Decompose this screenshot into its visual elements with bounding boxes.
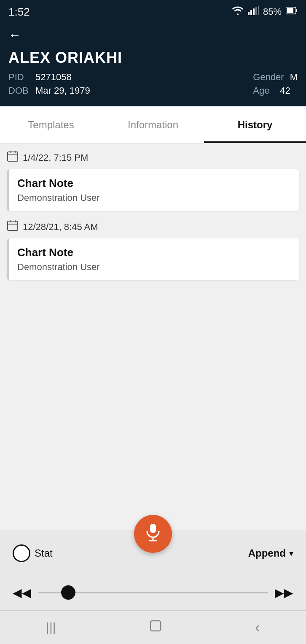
svg-rect-7 [287, 8, 293, 13]
append-label: Append [248, 547, 286, 559]
stat-circle [13, 544, 30, 562]
history-card-2[interactable]: Chart Note Demonstration User [7, 238, 299, 280]
pid-value: 5271058 [35, 72, 72, 83]
wifi-icon [232, 6, 244, 18]
history-date-1: 1/4/22, 7:15 PM [7, 150, 299, 165]
battery-percentage: 85% [263, 6, 282, 17]
svg-rect-4 [258, 6, 259, 15]
history-date-text-2: 12/28/21, 8:45 AM [23, 222, 98, 233]
gender-item: Gender M [253, 72, 298, 83]
svg-rect-19 [150, 621, 161, 631]
svg-rect-0 [248, 12, 250, 15]
home-nav-icon[interactable] [148, 618, 163, 636]
menu-nav-icon[interactable]: ||| [46, 620, 56, 635]
history-content: 1/4/22, 7:15 PM Chart Note Demonstration… [0, 143, 306, 413]
gender-label: Gender [253, 72, 284, 83]
fast-forward-button[interactable]: ▶▶ [275, 586, 293, 600]
tab-bar: Templates Information History [0, 106, 306, 143]
svg-rect-16 [150, 524, 156, 533]
calendar-icon-1 [7, 150, 19, 165]
rewind-button[interactable]: ◀◀ [13, 586, 31, 600]
status-bar: 1:52 85% [0, 0, 306, 24]
age-item: Age 42 [253, 85, 298, 96]
history-card-title-2: Chart Note [17, 246, 291, 259]
nav-bar: ||| ‹ [0, 610, 306, 644]
stat-label: Stat [35, 547, 53, 559]
pid-label: PID [8, 72, 30, 83]
svg-rect-2 [253, 8, 255, 15]
gender-value: M [290, 72, 298, 83]
svg-rect-1 [250, 10, 252, 15]
audio-thumb [61, 585, 75, 600]
patient-header: ← ALEX ORIAKHI PID 5271058 DOB Mar 29, 1… [0, 24, 306, 106]
audio-controls: ◀◀ ▶▶ [0, 576, 306, 610]
history-date-text-1: 1/4/22, 7:15 PM [23, 152, 88, 163]
history-group-2: 12/28/21, 8:45 AM Chart Note Demonstrati… [7, 219, 299, 280]
tab-information[interactable]: Information [102, 106, 204, 143]
tab-history[interactable]: History [204, 106, 306, 143]
patient-info-row: PID 5271058 DOB Mar 29, 1979 Gender M Ag… [8, 72, 298, 96]
audio-slider[interactable] [38, 584, 268, 601]
mic-button[interactable] [134, 515, 172, 553]
back-button[interactable]: ← [8, 28, 21, 42]
chevron-down-icon: ▾ [289, 548, 293, 558]
status-time: 1:52 [8, 5, 30, 19]
stat-button[interactable]: Stat [13, 544, 53, 562]
audio-track [38, 592, 268, 593]
dob-value: Mar 29, 1979 [35, 85, 90, 96]
signal-icon [248, 6, 259, 18]
bottom-toolbar: Stat Append ▾ [0, 530, 306, 576]
history-date-2: 12/28/21, 8:45 AM [7, 219, 299, 234]
dob-label: DOB [8, 85, 30, 96]
history-card-1[interactable]: Chart Note Demonstration User [7, 169, 299, 211]
append-button[interactable]: Append ▾ [248, 547, 293, 559]
history-card-title-1: Chart Note [17, 177, 291, 190]
pid-item: PID 5271058 [8, 72, 90, 83]
patient-info-right: Gender M Age 42 [253, 72, 298, 96]
age-value: 42 [280, 85, 290, 96]
age-label: Age [253, 85, 274, 96]
svg-rect-6 [296, 9, 297, 12]
content-spacer [0, 413, 306, 530]
dob-item: DOB Mar 29, 1979 [8, 85, 90, 96]
microphone-icon [145, 523, 161, 545]
history-card-user-2: Demonstration User [17, 262, 291, 273]
tab-templates[interactable]: Templates [0, 106, 102, 143]
status-icons: 85% [232, 6, 298, 18]
svg-rect-3 [255, 7, 257, 15]
battery-icon [286, 6, 298, 17]
svg-rect-8 [8, 152, 18, 161]
patient-info-left: PID 5271058 DOB Mar 29, 1979 [8, 72, 90, 96]
calendar-icon-2 [7, 219, 19, 234]
back-nav-icon[interactable]: ‹ [255, 619, 260, 636]
svg-rect-12 [8, 221, 18, 230]
patient-name: ALEX ORIAKHI [8, 49, 298, 67]
history-card-user-1: Demonstration User [17, 192, 291, 203]
history-group-1: 1/4/22, 7:15 PM Chart Note Demonstration… [7, 150, 299, 211]
